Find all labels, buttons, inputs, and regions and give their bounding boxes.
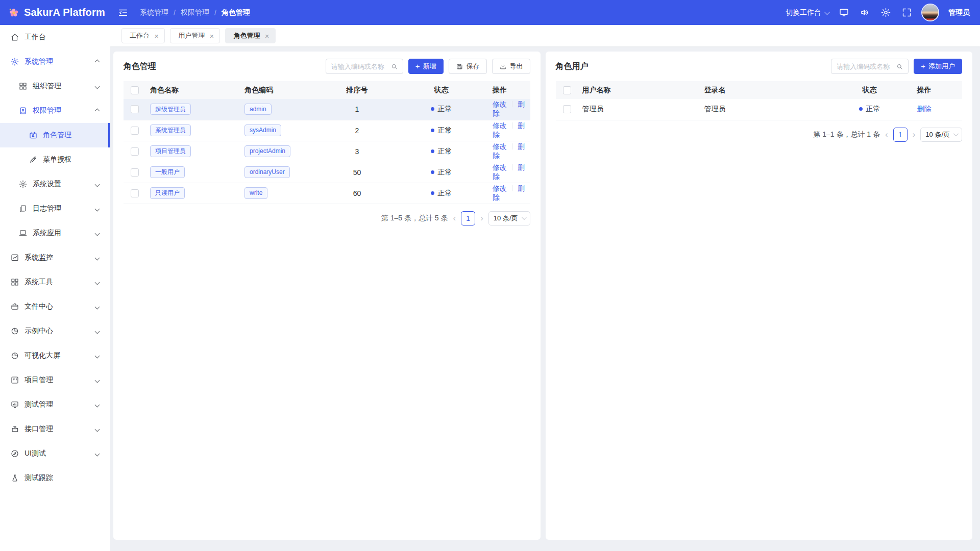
app-logo: SakurA Platform [0,7,110,18]
delete-link[interactable]: 删除 [917,105,932,113]
row-checkbox[interactable] [131,147,139,156]
tab-user-management[interactable]: 用户管理 [170,28,220,43]
sidebar-item-ui-test[interactable]: UI测试 [0,441,110,466]
breadcrumb-separator: / [174,9,176,17]
row-checkbox[interactable] [131,127,139,135]
select-all-checkbox[interactable] [131,86,139,94]
user-avatar[interactable] [922,5,938,20]
prev-page-icon[interactable] [452,213,456,223]
compass-icon [10,449,19,458]
save-icon [456,63,463,70]
frame-icon [10,375,19,385]
chevron-icon [95,182,100,187]
tab-role-management[interactable]: 角色管理 [225,28,275,43]
plus-icon [415,62,420,70]
fullscreen-icon[interactable] [901,7,912,18]
status-dot [859,107,863,111]
flask-icon [10,473,19,483]
role-name-tag: 超级管理员 [150,104,191,115]
row-checkbox[interactable] [131,168,139,177]
sidebar-item-test-tracking[interactable]: 测试跟踪 [0,466,110,490]
breadcrumb-item[interactable]: 权限管理 [181,8,209,17]
close-icon[interactable] [264,33,269,39]
page-size-select[interactable]: 10 条/页 [920,128,962,142]
sidebar-item-test-management[interactable]: 测试管理 [0,392,110,417]
page-number[interactable]: 1 [461,211,475,226]
select-all-checkbox[interactable] [563,86,571,94]
laptop-icon [18,229,28,238]
page-number[interactable]: 1 [893,128,908,142]
sidebar-item-permission-management[interactable]: 权限管理 [0,98,110,123]
close-icon[interactable] [154,33,159,39]
row-checkbox[interactable] [131,105,139,113]
speaker-icon[interactable] [860,7,870,18]
search-icon[interactable] [390,63,398,70]
role-panel: 角色管理 新增 保存 [113,52,541,540]
role-search-input[interactable] [331,63,390,70]
edit-link[interactable]: 修改 [493,142,507,151]
role-table-row[interactable]: 项目管理员projectAdmin3正常修改删除 [124,141,530,162]
sidebar-item-visual-dashboard[interactable]: 可视化大屏 [0,343,110,368]
sidebar-item-project-management[interactable]: 项目管理 [0,368,110,392]
add-user-button[interactable]: 添加用户 [914,59,962,74]
row-checkbox[interactable] [131,189,139,197]
close-icon[interactable] [209,33,214,39]
tab-workbench[interactable]: 工作台 [121,28,165,43]
role-name-tag: 只读用户 [150,187,185,198]
sidebar-item-file-center[interactable]: 文件中心 [0,294,110,319]
edit-link[interactable]: 修改 [493,184,507,192]
edit-link[interactable]: 修改 [493,121,507,130]
search-icon[interactable] [896,63,903,70]
sidebar-item-system-monitor[interactable]: 系统监控 [0,245,110,270]
add-role-button[interactable]: 新增 [408,59,444,74]
sidebar-item-role-management[interactable]: 角色管理 [0,123,110,147]
prev-page-icon[interactable] [885,130,889,140]
edit-link[interactable]: 修改 [493,163,507,171]
sidebar-item-log-management[interactable]: 日志管理 [0,196,110,221]
next-page-icon[interactable] [912,130,916,140]
breadcrumb-item[interactable]: 系统管理 [140,8,168,17]
save-button[interactable]: 保存 [449,59,487,74]
row-checkbox[interactable] [563,105,571,113]
page-size-select[interactable]: 10 条/页 [488,211,530,226]
role-code-tag: admin [244,104,272,115]
sidebar-item-workbench[interactable]: 工作台 [0,25,110,49]
user-name[interactable]: 管理员 [948,8,970,17]
sidebar-collapse-icon[interactable] [117,7,129,18]
sidebar-item-org-management[interactable]: 组织管理 [0,74,110,98]
gear-icon [10,57,19,66]
chevron-icon [95,353,100,358]
role-table-row[interactable]: 只读用户write60正常修改删除 [124,183,530,204]
role-code-tag: sysAdmin [244,124,281,136]
edit-link[interactable]: 修改 [493,100,507,108]
pen-icon [29,155,38,164]
sidebar-item-api-management[interactable]: 接口管理 [0,417,110,441]
export-button[interactable]: 导出 [492,59,530,74]
sidebar-item-system-apps[interactable]: 系统应用 [0,221,110,245]
gear-icon[interactable] [880,7,891,18]
role-table: 角色名称 角色编码 排序号 状态 操作 超级管理员admin1正常修改删除系统管… [124,81,530,204]
sidebar-item-system-settings[interactable]: 系统设置 [0,172,110,196]
workspace-switch[interactable]: 切换工作台 [786,8,828,17]
user-name: 管理员 [582,105,604,113]
status-dot [431,191,434,195]
sidebar-item-demo-center[interactable]: 示例中心 [0,319,110,343]
user-search-input[interactable] [837,63,896,70]
status-dot [431,149,434,153]
sidebar-item-menu-authorization[interactable]: 菜单授权 [0,147,110,172]
home-icon [10,33,19,42]
role-table-row[interactable]: 系统管理员sysAdmin2正常修改删除 [124,120,530,141]
monitor-bars-icon [10,400,19,409]
sidebar-item-system-management[interactable]: 系统管理 [0,49,110,74]
pagination-summary: 第 1–1 条，总计 1 条 [813,130,880,139]
column-header: 排序号 [320,81,394,99]
pie-icon [10,327,19,336]
role-table-row[interactable]: 超级管理员admin1正常修改删除 [124,99,530,120]
next-page-icon[interactable] [480,213,484,223]
action-divider [512,164,512,170]
sidebar-item-system-tools[interactable]: 系统工具 [0,270,110,294]
role-table-row[interactable]: 一般用户ordinaryUser50正常修改删除 [124,162,530,183]
chevron-icon [95,378,100,383]
monitor-icon[interactable] [839,7,849,18]
user-table-row[interactable]: 管理员管理员正常删除 [556,99,963,120]
